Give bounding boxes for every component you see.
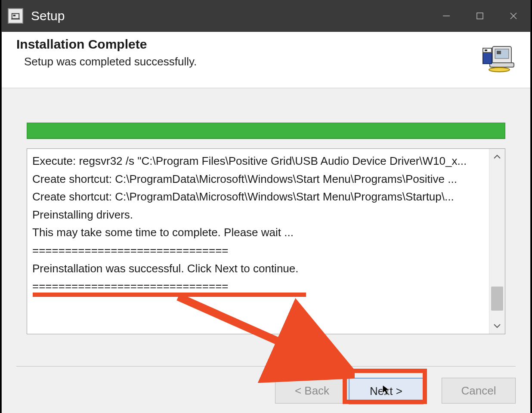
annotation-underline xyxy=(33,293,306,297)
cancel-button[interactable]: Cancel xyxy=(442,378,516,404)
svg-rect-9 xyxy=(497,51,501,54)
button-row: < Back Next > Cancel xyxy=(16,378,516,404)
scroll-thumb[interactable] xyxy=(491,287,503,311)
body-panel: Execute: regsvr32 /s "C:\Program Files\P… xyxy=(2,88,530,334)
back-button[interactable]: < Back xyxy=(275,378,349,404)
log-line: Create shortcut: C:\ProgramData\Microsof… xyxy=(32,188,488,206)
back-button-label: < Back xyxy=(295,384,329,398)
svg-rect-10 xyxy=(490,63,514,67)
close-button[interactable] xyxy=(497,0,530,32)
svg-rect-13 xyxy=(485,49,487,51)
chevron-down-icon xyxy=(493,324,501,329)
next-button[interactable]: Next > xyxy=(349,378,424,404)
svg-rect-2 xyxy=(11,18,20,19)
minimize-button[interactable] xyxy=(430,0,463,32)
scroll-up-button[interactable] xyxy=(489,149,505,164)
close-icon xyxy=(509,12,518,20)
header-panel: Installation Complete Setup was complete… xyxy=(2,32,530,88)
progress-bar xyxy=(27,123,505,139)
titlebar: Setup xyxy=(2,0,530,32)
log-line: Preinstalling drivers. xyxy=(32,206,488,224)
chevron-up-icon xyxy=(493,154,501,159)
footer-separator xyxy=(16,366,516,367)
page-subtitle: Setup was completed successfully. xyxy=(24,55,516,68)
maximize-icon xyxy=(476,12,484,20)
log-line: Create shortcut: C:\ProgramData\Microsof… xyxy=(32,170,488,188)
cancel-button-label: Cancel xyxy=(461,384,496,398)
svg-rect-4 xyxy=(477,13,483,19)
maximize-button[interactable] xyxy=(463,0,497,32)
svg-point-14 xyxy=(489,68,510,72)
app-icon xyxy=(8,8,23,24)
scroll-down-button[interactable] xyxy=(489,318,505,334)
log-line: Preinstallation was successful. Click Ne… xyxy=(32,260,488,278)
window-title: Setup xyxy=(31,9,65,23)
window-controls xyxy=(430,0,530,32)
setup-window: Setup Installation Complete Setup was co… xyxy=(2,0,530,413)
svg-rect-1 xyxy=(13,15,16,16)
svg-rect-11 xyxy=(483,52,492,64)
minimize-icon xyxy=(442,12,451,20)
log-line: ============================== xyxy=(32,242,488,260)
next-button-label: Next > xyxy=(370,385,402,398)
log-scrollbar[interactable] xyxy=(489,149,505,334)
log-line: Execute: regsvr32 /s "C:\Program Files\P… xyxy=(32,152,488,170)
page-title: Installation Complete xyxy=(16,37,516,52)
installer-icon xyxy=(479,39,516,77)
footer: < Back Next > Cancel xyxy=(2,366,530,413)
log-content: Execute: regsvr32 /s "C:\Program Files\P… xyxy=(32,152,488,296)
log-line: This may take some time to complete. Ple… xyxy=(32,224,488,242)
log-output: Execute: regsvr32 /s "C:\Program Files\P… xyxy=(27,148,505,334)
